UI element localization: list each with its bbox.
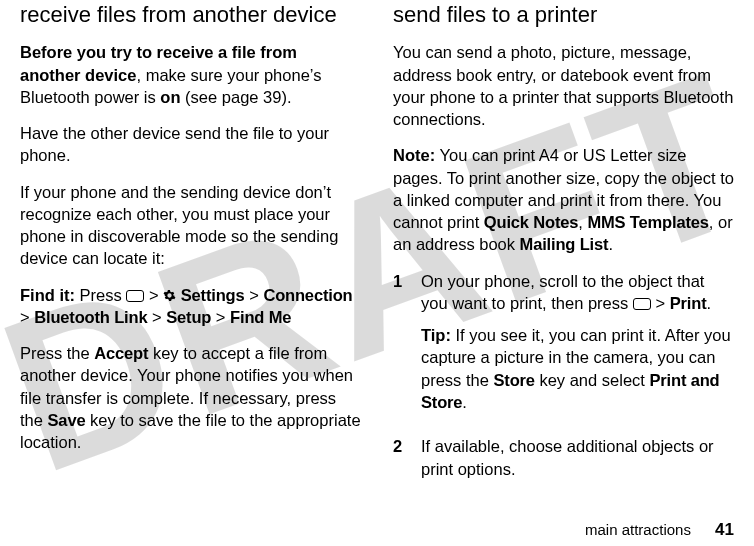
left-p4: Press the Accept key to accept a file fr… (20, 342, 361, 453)
gt: > (216, 308, 226, 326)
tip-label: Tip: (421, 326, 451, 344)
gt: > (152, 308, 162, 326)
left-p1: Before you try to receive a file from an… (20, 41, 361, 108)
menu-key-icon (126, 290, 144, 302)
menu-key-icon (633, 298, 651, 310)
text: Press (75, 286, 126, 304)
right-p1: You can send a photo, picture, message, … (393, 41, 734, 130)
text: (see page 39). (181, 88, 292, 106)
steps-list: 1 On your phone, scroll to the object th… (393, 270, 734, 490)
text: Press the (20, 344, 94, 362)
text: key and select (535, 371, 650, 389)
gear-icon (163, 289, 176, 302)
save-key: Save (48, 411, 86, 429)
footer-section: main attractions (585, 521, 691, 538)
right-heading: send files to a printer (393, 2, 734, 27)
step1-tip: Tip: If you see it, you can print it. Af… (421, 324, 734, 413)
mailing-list-label: Mailing List (520, 235, 609, 253)
page-footer: main attractions 41 (585, 520, 734, 540)
text: . (608, 235, 613, 253)
left-p2: Have the other device send the file to y… (20, 122, 361, 167)
find-it-line: Find it: Press > Settings > Connection >… (20, 284, 361, 329)
findit-label: Find it: (20, 286, 75, 304)
print-label: Print (670, 294, 707, 312)
setup-label: Setup (166, 308, 211, 326)
right-column: send files to a printer You can send a p… (393, 0, 734, 502)
page-number: 41 (715, 520, 734, 539)
gt: > (20, 308, 30, 326)
mms-templates-label: MMS Templates (587, 213, 708, 231)
step-2: 2 If available, choose additional object… (393, 435, 734, 490)
text: . (462, 393, 467, 411)
store-key: Store (493, 371, 534, 389)
gt: > (655, 294, 665, 312)
left-heading: receive files from another device (20, 2, 361, 27)
right-note: Note: You can print A4 or US Letter size… (393, 144, 734, 255)
left-column: receive files from another device Before… (20, 0, 361, 502)
step-number: 1 (393, 270, 409, 424)
page-content: receive files from another device Before… (0, 0, 754, 502)
on-bold: on (160, 88, 180, 106)
connection-label: Connection (263, 286, 352, 304)
step1-main: On your phone, scroll to the object that… (421, 270, 734, 315)
text: . (706, 294, 711, 312)
find-me-label: Find Me (230, 308, 291, 326)
step-body: If available, choose additional objects … (421, 435, 734, 490)
left-p3: If your phone and the sending device don… (20, 181, 361, 270)
gt: > (249, 286, 259, 304)
gt: > (149, 286, 159, 304)
accept-key: Accept (94, 344, 148, 362)
step-1: 1 On your phone, scroll to the object th… (393, 270, 734, 424)
step-number: 2 (393, 435, 409, 490)
step2-text: If available, choose additional objects … (421, 435, 734, 480)
quick-notes-label: Quick Notes (484, 213, 578, 231)
note-label: Note: (393, 146, 435, 164)
step-body: On your phone, scroll to the object that… (421, 270, 734, 424)
bluetooth-link-label: Bluetooth Link (34, 308, 147, 326)
settings-label: Settings (181, 286, 245, 304)
